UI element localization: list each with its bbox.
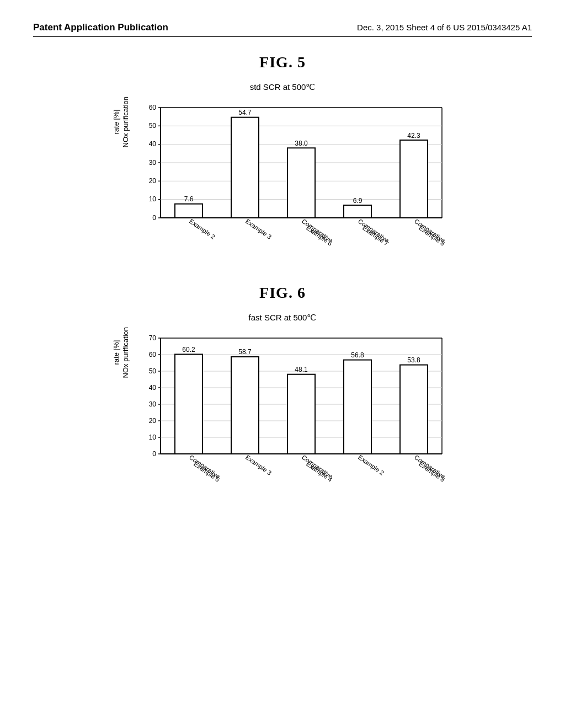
fig5-bar-1-value: 7.6 <box>184 195 194 203</box>
fig6-label-2: Example 3 <box>244 454 273 477</box>
header-date-sheet: Dec. 3, 2015 Sheet 4 of 6 US 2015/034342… <box>357 23 532 32</box>
fig6-y-label: NOx purification rate [%] <box>112 327 131 378</box>
svg-text:50: 50 <box>149 367 157 375</box>
fig5-bar-2 <box>231 117 259 218</box>
fig5-bar-3 <box>287 148 315 218</box>
svg-text:0: 0 <box>152 450 156 458</box>
figure-6-section: FIG. 6 fast SCR at 500℃ NOx purification… <box>33 284 532 509</box>
fig6-bar-1-value: 60.2 <box>182 346 195 354</box>
fig6-bar-3-value: 48.1 <box>295 366 308 373</box>
fig5-bar-3-value: 38.0 <box>295 140 308 147</box>
fig6-svg: 0 10 20 30 40 50 <box>133 327 453 509</box>
svg-text:30: 30 <box>149 400 157 408</box>
figure-5-section: FIG. 5 std SCR at 500℃ NOx purification … <box>33 53 532 262</box>
fig6-svg-wrapper: NOx purification rate [%] 0 10 <box>112 327 453 509</box>
header-publication-label: Patent Application Publication <box>33 22 168 33</box>
fig6-label-4: Example 2 <box>357 454 385 477</box>
fig6-bar-4 <box>344 360 371 454</box>
fig5-svg: 0 10 20 30 40 <box>133 97 453 262</box>
fig5-bar-4 <box>344 205 371 218</box>
fig5-svg-wrapper: NOx purification rate [%] 0 <box>112 97 453 262</box>
fig5-chart: std SCR at 500℃ NOx purification rate [%… <box>33 82 532 262</box>
svg-text:70: 70 <box>149 334 157 342</box>
fig5-bar-1 <box>175 204 202 218</box>
fig5-bar-4-value: 6.9 <box>353 197 363 205</box>
fig5-bar-2-value: 54.7 <box>238 109 252 116</box>
svg-text:60: 60 <box>149 104 157 111</box>
svg-text:40: 40 <box>149 384 157 392</box>
svg-text:30: 30 <box>149 159 157 167</box>
figure-6-title: FIG. 6 <box>33 284 532 302</box>
page-header: Patent Application Publication Dec. 3, 2… <box>33 22 532 37</box>
fig5-label-1: Example 2 <box>188 218 216 240</box>
fig6-bar-4-value: 56.8 <box>351 351 364 359</box>
fig6-bar-2 <box>231 357 259 454</box>
svg-text:10: 10 <box>149 195 157 203</box>
page: Patent Application Publication Dec. 3, 2… <box>0 0 565 728</box>
fig6-chart: fast SCR at 500℃ NOx purification rate [… <box>33 313 532 509</box>
fig6-chart-title: fast SCR at 500℃ <box>249 313 317 323</box>
fig6-bar-5 <box>400 365 428 454</box>
fig5-bar-5 <box>400 140 428 218</box>
fig6-bar-3 <box>287 374 315 454</box>
svg-text:20: 20 <box>149 177 157 185</box>
fig5-bar-5-value: 42.3 <box>407 132 420 140</box>
svg-text:50: 50 <box>149 122 157 130</box>
svg-text:10: 10 <box>149 433 157 441</box>
fig5-label-2: Example 3 <box>244 218 273 240</box>
svg-text:40: 40 <box>149 140 157 148</box>
svg-text:60: 60 <box>149 351 157 358</box>
figure-5-title: FIG. 5 <box>33 53 532 71</box>
fig6-bar-1 <box>175 354 202 454</box>
svg-text:20: 20 <box>149 417 157 425</box>
svg-text:0: 0 <box>152 214 156 222</box>
fig6-bar-5-value: 53.8 <box>407 356 420 364</box>
fig5-chart-title: std SCR at 500℃ <box>250 82 316 92</box>
fig5-y-label: NOx purification rate [%] <box>112 97 131 147</box>
fig6-bar-2-value: 58.7 <box>238 348 252 356</box>
